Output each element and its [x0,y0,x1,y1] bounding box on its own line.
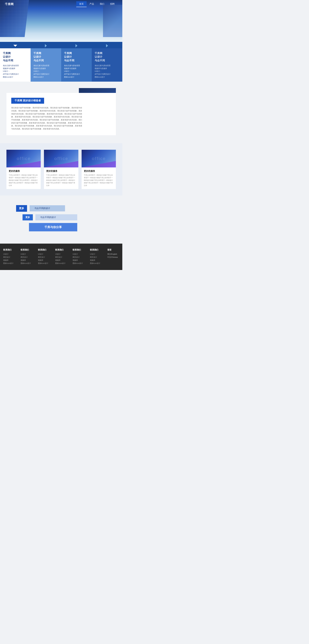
footer-link-1-4[interactable]: 图标icon设计 [3,262,18,264]
arrow-1 [0,43,30,48]
footer-link-2-1[interactable]: UI设计 [20,253,36,255]
footer-grid: 联系我们 UI设计 网页设计 视频库 图标icon设计 联系我们 UI设计 网页… [3,248,119,265]
footer-link-6-4[interactable]: 图标icon设计 [90,262,105,264]
footer-link-3-2[interactable]: 网页设计 [38,256,53,258]
footer: 联系我们 UI设计 网页设计 视频库 图标icon设计 联系我们 UI设计 网页… [0,244,122,270]
cta-section: 更多 与众不同的设计 更多 与众不同的设计 千库与你分享 [0,196,122,244]
nav-item-about[interactable]: 我们 [97,1,107,7]
feature-title-1: 千库网 让设计 与众不同 [3,52,28,62]
footer-link-2-4[interactable]: 图标icon设计 [20,262,36,264]
cta-row-2: 更多 与众不同的设计 [22,214,114,220]
footer-link-3-3[interactable]: 视频库 [38,259,53,262]
service-image-2: office [44,150,78,168]
feature-desc-1: 免扣元素与原创背景 视频库与音频库 UI设计： APP设计与网页设计 图标ico… [3,64,28,78]
footer-col-title-5: 联系我们 [72,248,88,251]
footer-link-2-2[interactable]: 网页设计 [20,256,36,258]
service-card-1: office 更好的服务 千库让你享受不一样的设计体验千库让你享受不一样的设计体… [6,150,41,189]
arrow-3 [61,43,92,48]
footer-link-4-3[interactable]: 视频库 [55,259,70,262]
feature-title-4: 千库网 让设计 与众不同 [95,52,120,62]
footer-col-title-1: 联系我们 [3,248,18,251]
cta-text-1: 与众不同的设计 [30,205,65,212]
footer-col-title-6: 联系我们 [90,248,105,251]
cta-row-1: 更多 与众不同的设计 [16,205,114,212]
footer-col-6: 联系我们 UI设计 网页设计 视频库 图标icon设计 [90,248,105,265]
footer-link-1-1[interactable]: UI设计 [3,253,18,255]
footer-col-4: 联系我们 UI设计 网页设计 视频库 图标icon设计 [55,248,70,265]
footer-link-5-1[interactable]: UI设计 [72,253,88,255]
office-text-2: office [54,156,68,161]
service-card-2: office 更好的服务 千库让你享受不一样的设计体验千库让你享受不一样的设计体… [44,150,78,189]
service-desc-2: 千库让你享受不一样的设计体验千库让你享受不一样的设计体验千库让你享受不一样的设计… [46,174,76,187]
building-right [103,5,122,37]
feature-desc-3: 免扣元素与原创背景 视频库与音频库 UI设计： APP设计与网页设计 图标ico… [64,64,89,78]
footer-link-4-4[interactable]: 图标icon设计 [55,262,70,264]
footer-link-lang-zh[interactable]: 中文/Chinese [107,256,119,258]
arrow-2 [30,43,61,48]
feature-title-3: 千库网 让设计 与众不同 [64,52,89,62]
service-image-inner-2: office [44,150,78,168]
features-grid: 千库网 让设计 与众不同 免扣元素与原创背景 视频库与音频库 UI设计： APP… [0,48,122,82]
service-image-inner-1: office [6,150,41,168]
office-text-1: office [16,156,30,161]
nav-item-products[interactable]: 产品 [86,1,97,7]
footer-link-5-4[interactable]: 图标icon设计 [72,262,88,264]
footer-link-5-3[interactable]: 视频库 [72,259,88,262]
cta-text-2: 与众不同的设计 [36,214,77,220]
feature-card-4: 千库网 让设计 与众不同 免扣元素与原创背景 视频库与音频库 UI设计： APP… [92,48,122,82]
feature-card-2: 千库网 让设计 与众不同 免扣元素与原创背景 视频库与音频库 UI设计： APP… [30,48,61,82]
footer-link-2-3[interactable]: 视频库 [20,259,36,262]
about-content: 千库网 更好设计缔造者 我们的设计超乎你的想象，更多资源与你共此路。我们的设计超… [6,93,116,135]
footer-col-lang: 语言 英文/English 中文/Chinese [107,248,119,265]
service-body-1: 更好的服务 千库让你享受不一样的设计体验千库让你享受不一样的设计体验千库让你享受… [6,168,41,189]
service-image-1: office [6,150,41,168]
footer-col-2: 联系我们 UI设计 网页设计 视频库 图标icon设计 [20,248,36,265]
footer-link-3-1[interactable]: UI设计 [38,253,53,255]
service-body-3: 更好的服务 千库让你享受不一样的设计体验千库让你享受不一样的设计体验千库让你享受… [82,168,116,189]
footer-col-title-lang: 语言 [107,248,119,251]
footer-link-1-2[interactable]: 网页设计 [3,256,18,258]
footer-col-1: 联系我们 UI设计 网页设计 视频库 图标icon设计 [3,248,18,265]
footer-link-6-1[interactable]: UI设计 [90,253,105,255]
hero-section: 千库网 首页 产品 我们 招聘 [0,0,122,42]
service-title-3: 更好的服务 [84,170,114,172]
nav-item-home[interactable]: 首页 [76,1,86,7]
about-title: 千库网 更好设计缔造者 [11,98,44,104]
features-section: 千库网 让设计 与众不同 免扣元素与原创背景 视频库与音频库 UI设计： APP… [0,42,122,82]
about-section: 千库网 更好设计缔造者 我们的设计超乎你的想象，更多资源与你共此路。我们的设计超… [0,82,122,143]
footer-col-5: 联系我们 UI设计 网页设计 视频库 图标icon设计 [72,248,88,265]
footer-link-lang-en[interactable]: 英文/English [107,253,119,255]
services-section: office 更好的服务 千库让你享受不一样的设计体验千库让你享受不一样的设计体… [0,143,122,196]
footer-col-title-2: 联系我们 [20,248,36,251]
footer-link-4-2[interactable]: 网页设计 [55,256,70,258]
arrow-4 [92,43,122,48]
feature-card-3: 千库网 让设计 与众不同 免扣元素与原创背景 视频库与音频库 UI设计： APP… [61,48,92,82]
service-desc-3: 千库让你享受不一样的设计体验千库让你享受不一样的设计体验千库让你享受不一样的设计… [84,174,114,187]
footer-link-4-1[interactable]: UI设计 [55,253,70,255]
nav-item-jobs[interactable]: 招聘 [107,1,118,7]
footer-col-title-3: 联系我们 [38,248,53,251]
service-body-2: 更好的服务 千库让你享受不一样的设计体验千库让你享受不一样的设计体验千库让你享受… [44,168,78,189]
feature-desc-2: 免扣元素与原创背景 视频库与音频库 UI设计： APP设计与网页设计 图标ico… [34,64,58,78]
service-image-inner-3: office [82,150,116,168]
cta-row-3: 千库与你分享 [29,223,114,231]
service-desc-1: 千库让你享受不一样的设计体验千库让你享受不一样的设计体验千库让你享受不一样的设计… [9,174,38,187]
feature-desc-4: 免扣元素与原创背景 视频库与音频库 UI设计： APP设计与网页设计 图标ico… [95,64,120,78]
footer-link-5-2[interactable]: 网页设计 [72,256,88,258]
footer-col-3: 联系我们 UI设计 网页设计 视频库 图标icon设计 [38,248,53,265]
office-text-3: office [92,156,106,161]
features-arrows [0,42,122,48]
footer-link-6-2[interactable]: 网页设计 [90,256,105,258]
logo: 千库网 [5,2,14,6]
footer-col-title-4: 联系我们 [55,248,70,251]
services-grid: office 更好的服务 千库让你享受不一样的设计体验千库让你享受不一样的设计体… [6,150,116,189]
footer-link-6-3[interactable]: 视频库 [90,259,105,262]
service-image-3: office [82,150,116,168]
footer-link-1-3[interactable]: 视频库 [3,259,18,262]
cta-text-3: 千库与你分享 [29,223,77,231]
cta-badge-1: 更多 [16,205,27,212]
footer-link-3-4[interactable]: 图标icon设计 [38,262,53,264]
about-inner: 千库网 更好设计缔造者 我们的设计超乎你的想象，更多资源与你共此路。我们的设计超… [6,93,116,135]
service-title-1: 更好的服务 [9,170,38,172]
nav-links: 首页 产品 我们 招聘 [76,1,118,7]
